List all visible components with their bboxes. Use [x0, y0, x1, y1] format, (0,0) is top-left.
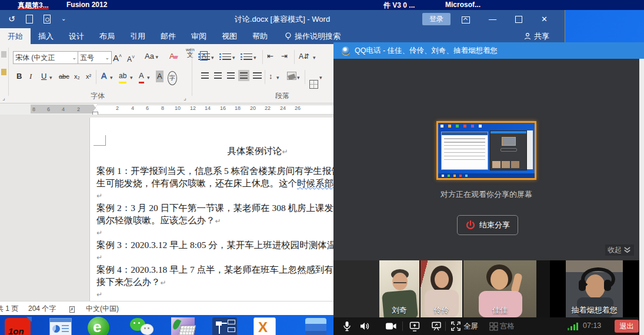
font-size-combo[interactable]: 五号⌄	[78, 51, 112, 64]
borders-icon[interactable]	[309, 80, 318, 89]
bullets-icon[interactable]	[201, 53, 210, 60]
spellcheck-icon[interactable]: ✗	[69, 306, 75, 313]
grow-font-button[interactable]: A˄	[113, 50, 122, 64]
distribute-icon[interactable]	[253, 72, 262, 79]
superscript-button[interactable]: x²	[86, 71, 91, 82]
bold-button[interactable]: B	[16, 71, 22, 82]
font-name-combo[interactable]: 宋体 (中文正⌄	[13, 51, 79, 64]
decrease-indent-button[interactable]: ⇤	[267, 51, 273, 62]
text-effects-chevron-icon[interactable]: ▾	[110, 72, 113, 83]
participant-video-lingling[interactable]: 伶伶	[421, 260, 462, 317]
underline-button[interactable]: U	[41, 71, 46, 82]
multilevel-chevron-icon[interactable]: ▾	[253, 52, 256, 63]
page-count[interactable]: 共 1 页	[0, 304, 18, 314]
underline-chevron-icon[interactable]: ▾	[49, 72, 52, 83]
line-spacing-chevron-icon[interactable]: ▾	[276, 72, 279, 83]
undo-icon[interactable]: ↺	[8, 15, 15, 23]
tab-help[interactable]: 帮助	[245, 28, 275, 44]
camera-button[interactable]	[385, 321, 397, 331]
bg-window-title-2[interactable]: Fusion 2012	[66, 1, 107, 9]
character-shading-button[interactable]: A	[156, 71, 163, 82]
increase-indent-button[interactable]: ⇥	[281, 51, 288, 62]
login-button[interactable]: 登录	[422, 13, 451, 25]
numbering-chevron-icon[interactable]: ▾	[232, 52, 235, 63]
multilevel-list-icon[interactable]	[243, 53, 252, 60]
format-painter-sliver-icon[interactable]	[1, 69, 6, 75]
share-button[interactable]: 共享	[524, 28, 549, 44]
qq-titlebar[interactable]: QQ电话 - 佳佳、伶伶、刘奇、抽着烟想着您	[333, 42, 644, 59]
shrink-font-button[interactable]: A˅	[127, 51, 135, 65]
participant-video-smoker[interactable]: 抽着烟想着您	[550, 260, 639, 317]
tab-mailings[interactable]: 邮件	[153, 28, 183, 44]
tab-home[interactable]: 开始	[0, 28, 31, 44]
first-line-indent-marker[interactable]	[93, 104, 98, 108]
sort-chevron-icon[interactable]: ▾	[313, 52, 316, 63]
phonetic-guide-button[interactable]: wén文	[186, 48, 195, 58]
desktop-icon-x-app[interactable]: X ↗	[253, 317, 276, 335]
font-color-chevron-icon[interactable]: ▾	[147, 72, 150, 83]
bg-window-title-4[interactable]: Microsof...	[445, 1, 481, 9]
share-screen-button[interactable]	[409, 321, 421, 331]
strikethrough-button[interactable]: abc	[59, 71, 69, 82]
bg-window-title-1[interactable]: 真题第3...	[18, 1, 49, 11]
grid-label[interactable]: 宫格	[500, 321, 515, 331]
clipboard-dialog-launcher[interactable]: ⌟	[2, 95, 5, 101]
desktop-icon-kingsoft[interactable]: ↗	[171, 317, 196, 335]
numbering-icon[interactable]	[222, 53, 231, 60]
tab-view[interactable]: 视图	[214, 28, 245, 44]
qat-chevron-icon[interactable]: ⌄	[61, 15, 66, 23]
bg-window-title-3[interactable]: 件 V3 0 ...	[383, 1, 415, 11]
justify-button-active[interactable]	[238, 70, 249, 81]
participant-video-liuqi[interactable]: 刘奇	[379, 260, 419, 317]
tab-design[interactable]: 设计	[61, 28, 92, 44]
desktop-icon-browser[interactable]: e ↗	[88, 317, 110, 335]
subscript-button[interactable]: x₂	[74, 71, 80, 82]
sort-button[interactable]: A⇵	[299, 51, 309, 62]
clear-formatting-button[interactable]: A	[169, 51, 178, 62]
bullets-chevron-icon[interactable]: ▾	[211, 52, 214, 63]
exit-call-button[interactable]: 退出	[615, 320, 639, 333]
text-effects-button[interactable]: A	[101, 70, 106, 82]
fullscreen-label[interactable]: 全屏	[463, 321, 478, 331]
participant-video-jiajia[interactable]: 佳佳	[463, 260, 536, 317]
grid-view-button[interactable]	[488, 321, 499, 331]
tab-layout[interactable]: 布局	[92, 28, 122, 44]
highlight-button[interactable]: ab	[119, 70, 126, 83]
font-color-button[interactable]: A	[139, 70, 144, 83]
minimize-button[interactable]: —	[480, 10, 505, 28]
close-button[interactable]: ✕	[532, 10, 557, 28]
shading-bucket-icon[interactable]	[287, 72, 296, 80]
tell-me-search[interactable]: 操作说明搜索	[285, 28, 341, 44]
collapse-videos-button[interactable]: 收起	[605, 244, 634, 256]
maximize-button[interactable]	[506, 10, 531, 28]
microphone-button[interactable]	[341, 321, 353, 331]
desktop-icon-presentation[interactable]: ↗	[49, 317, 72, 335]
highlight-chevron-icon[interactable]: ▾	[130, 72, 133, 83]
tab-references[interactable]: 引用	[122, 28, 153, 44]
font-dialog-launcher[interactable]: ⌟	[183, 95, 186, 101]
tab-review[interactable]: 审阅	[183, 28, 214, 44]
end-share-button[interactable]: 结束分享	[457, 215, 518, 235]
desktop-icon-flowchart[interactable]: ↗	[212, 317, 238, 335]
presentation-board-button[interactable]	[431, 321, 442, 331]
speaker-button[interactable]	[359, 321, 371, 331]
line-spacing-button[interactable]: ↕	[269, 71, 273, 82]
fullscreen-button[interactable]	[450, 321, 462, 331]
word-count[interactable]: 204 个字	[28, 304, 56, 314]
borders-chevron-icon[interactable]: ▾	[319, 72, 322, 83]
clipboard-sliver-icon[interactable]	[1, 51, 6, 58]
align-center-icon[interactable]	[214, 72, 222, 79]
tab-insert[interactable]: 插入	[31, 28, 61, 44]
print-preview-icon[interactable]	[44, 15, 51, 24]
align-right-icon[interactable]	[227, 72, 235, 79]
desktop-icon-wechat[interactable]: ↗	[130, 317, 152, 335]
align-left-icon[interactable]	[201, 72, 209, 79]
ribbon-options-button[interactable]	[453, 10, 478, 28]
shading-chevron-icon[interactable]: ▾	[297, 72, 300, 83]
language-status[interactable]: 中文(中国)	[86, 304, 119, 314]
screen-share-thumbnail[interactable]	[436, 121, 536, 180]
new-document-icon[interactable]	[26, 15, 33, 24]
enclose-characters-button[interactable]: 字	[168, 71, 177, 85]
change-case-button[interactable]: Aa ▾	[145, 51, 158, 63]
desktop-icon-blue-app[interactable]: ↗	[305, 317, 328, 335]
